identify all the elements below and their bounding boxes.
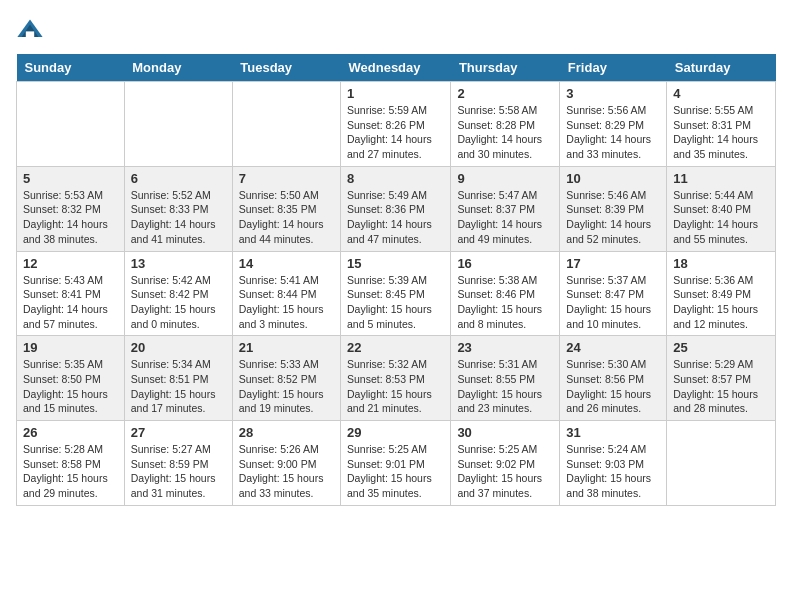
weekday-header: Monday [124, 54, 232, 82]
weekday-header: Sunday [17, 54, 125, 82]
weekday-header: Tuesday [232, 54, 340, 82]
day-info: Sunrise: 5:24 AM Sunset: 9:03 PM Dayligh… [566, 442, 660, 501]
day-number: 19 [23, 340, 118, 355]
day-info: Sunrise: 5:58 AM Sunset: 8:28 PM Dayligh… [457, 103, 553, 162]
day-info: Sunrise: 5:46 AM Sunset: 8:39 PM Dayligh… [566, 188, 660, 247]
calendar-cell: 4Sunrise: 5:55 AM Sunset: 8:31 PM Daylig… [667, 82, 776, 167]
day-number: 23 [457, 340, 553, 355]
day-info: Sunrise: 5:35 AM Sunset: 8:50 PM Dayligh… [23, 357, 118, 416]
day-info: Sunrise: 5:47 AM Sunset: 8:37 PM Dayligh… [457, 188, 553, 247]
weekday-header-row: SundayMondayTuesdayWednesdayThursdayFrid… [17, 54, 776, 82]
day-number: 9 [457, 171, 553, 186]
calendar-cell: 11Sunrise: 5:44 AM Sunset: 8:40 PM Dayli… [667, 166, 776, 251]
day-info: Sunrise: 5:30 AM Sunset: 8:56 PM Dayligh… [566, 357, 660, 416]
day-number: 28 [239, 425, 334, 440]
day-number: 12 [23, 256, 118, 271]
day-number: 24 [566, 340, 660, 355]
calendar-cell: 7Sunrise: 5:50 AM Sunset: 8:35 PM Daylig… [232, 166, 340, 251]
weekday-header: Wednesday [341, 54, 451, 82]
calendar-week-row: 5Sunrise: 5:53 AM Sunset: 8:32 PM Daylig… [17, 166, 776, 251]
calendar-table: SundayMondayTuesdayWednesdayThursdayFrid… [16, 54, 776, 506]
calendar-cell: 3Sunrise: 5:56 AM Sunset: 8:29 PM Daylig… [560, 82, 667, 167]
calendar-cell: 30Sunrise: 5:25 AM Sunset: 9:02 PM Dayli… [451, 421, 560, 506]
day-number: 8 [347, 171, 444, 186]
day-number: 18 [673, 256, 769, 271]
day-info: Sunrise: 5:53 AM Sunset: 8:32 PM Dayligh… [23, 188, 118, 247]
calendar-week-row: 12Sunrise: 5:43 AM Sunset: 8:41 PM Dayli… [17, 251, 776, 336]
day-info: Sunrise: 5:37 AM Sunset: 8:47 PM Dayligh… [566, 273, 660, 332]
day-info: Sunrise: 5:26 AM Sunset: 9:00 PM Dayligh… [239, 442, 334, 501]
day-info: Sunrise: 5:59 AM Sunset: 8:26 PM Dayligh… [347, 103, 444, 162]
day-number: 11 [673, 171, 769, 186]
day-number: 5 [23, 171, 118, 186]
logo-icon [16, 16, 44, 44]
day-number: 27 [131, 425, 226, 440]
day-info: Sunrise: 5:25 AM Sunset: 9:01 PM Dayligh… [347, 442, 444, 501]
day-number: 7 [239, 171, 334, 186]
day-number: 29 [347, 425, 444, 440]
day-number: 21 [239, 340, 334, 355]
day-number: 3 [566, 86, 660, 101]
day-info: Sunrise: 5:50 AM Sunset: 8:35 PM Dayligh… [239, 188, 334, 247]
calendar-cell: 5Sunrise: 5:53 AM Sunset: 8:32 PM Daylig… [17, 166, 125, 251]
day-info: Sunrise: 5:29 AM Sunset: 8:57 PM Dayligh… [673, 357, 769, 416]
calendar-cell: 12Sunrise: 5:43 AM Sunset: 8:41 PM Dayli… [17, 251, 125, 336]
day-info: Sunrise: 5:32 AM Sunset: 8:53 PM Dayligh… [347, 357, 444, 416]
calendar-cell: 8Sunrise: 5:49 AM Sunset: 8:36 PM Daylig… [341, 166, 451, 251]
calendar-cell: 22Sunrise: 5:32 AM Sunset: 8:53 PM Dayli… [341, 336, 451, 421]
calendar-cell: 28Sunrise: 5:26 AM Sunset: 9:00 PM Dayli… [232, 421, 340, 506]
day-info: Sunrise: 5:39 AM Sunset: 8:45 PM Dayligh… [347, 273, 444, 332]
day-info: Sunrise: 5:55 AM Sunset: 8:31 PM Dayligh… [673, 103, 769, 162]
calendar-cell: 18Sunrise: 5:36 AM Sunset: 8:49 PM Dayli… [667, 251, 776, 336]
day-number: 22 [347, 340, 444, 355]
calendar-cell [17, 82, 125, 167]
calendar-cell: 10Sunrise: 5:46 AM Sunset: 8:39 PM Dayli… [560, 166, 667, 251]
calendar-cell: 13Sunrise: 5:42 AM Sunset: 8:42 PM Dayli… [124, 251, 232, 336]
day-number: 4 [673, 86, 769, 101]
day-info: Sunrise: 5:28 AM Sunset: 8:58 PM Dayligh… [23, 442, 118, 501]
calendar-week-row: 19Sunrise: 5:35 AM Sunset: 8:50 PM Dayli… [17, 336, 776, 421]
calendar-cell: 26Sunrise: 5:28 AM Sunset: 8:58 PM Dayli… [17, 421, 125, 506]
day-number: 31 [566, 425, 660, 440]
day-number: 10 [566, 171, 660, 186]
calendar-cell: 24Sunrise: 5:30 AM Sunset: 8:56 PM Dayli… [560, 336, 667, 421]
day-number: 17 [566, 256, 660, 271]
weekday-header: Saturday [667, 54, 776, 82]
day-info: Sunrise: 5:42 AM Sunset: 8:42 PM Dayligh… [131, 273, 226, 332]
day-info: Sunrise: 5:43 AM Sunset: 8:41 PM Dayligh… [23, 273, 118, 332]
day-info: Sunrise: 5:52 AM Sunset: 8:33 PM Dayligh… [131, 188, 226, 247]
calendar-cell: 15Sunrise: 5:39 AM Sunset: 8:45 PM Dayli… [341, 251, 451, 336]
calendar-cell: 16Sunrise: 5:38 AM Sunset: 8:46 PM Dayli… [451, 251, 560, 336]
calendar-cell: 29Sunrise: 5:25 AM Sunset: 9:01 PM Dayli… [341, 421, 451, 506]
day-info: Sunrise: 5:56 AM Sunset: 8:29 PM Dayligh… [566, 103, 660, 162]
calendar-week-row: 26Sunrise: 5:28 AM Sunset: 8:58 PM Dayli… [17, 421, 776, 506]
calendar-cell: 27Sunrise: 5:27 AM Sunset: 8:59 PM Dayli… [124, 421, 232, 506]
calendar-cell: 1Sunrise: 5:59 AM Sunset: 8:26 PM Daylig… [341, 82, 451, 167]
calendar-cell: 17Sunrise: 5:37 AM Sunset: 8:47 PM Dayli… [560, 251, 667, 336]
day-info: Sunrise: 5:41 AM Sunset: 8:44 PM Dayligh… [239, 273, 334, 332]
day-number: 1 [347, 86, 444, 101]
day-info: Sunrise: 5:25 AM Sunset: 9:02 PM Dayligh… [457, 442, 553, 501]
logo [16, 16, 48, 44]
calendar-week-row: 1Sunrise: 5:59 AM Sunset: 8:26 PM Daylig… [17, 82, 776, 167]
day-number: 13 [131, 256, 226, 271]
day-number: 16 [457, 256, 553, 271]
calendar-cell [667, 421, 776, 506]
calendar-cell: 9Sunrise: 5:47 AM Sunset: 8:37 PM Daylig… [451, 166, 560, 251]
day-number: 6 [131, 171, 226, 186]
day-number: 2 [457, 86, 553, 101]
day-info: Sunrise: 5:38 AM Sunset: 8:46 PM Dayligh… [457, 273, 553, 332]
calendar-cell: 21Sunrise: 5:33 AM Sunset: 8:52 PM Dayli… [232, 336, 340, 421]
calendar-cell: 19Sunrise: 5:35 AM Sunset: 8:50 PM Dayli… [17, 336, 125, 421]
day-info: Sunrise: 5:31 AM Sunset: 8:55 PM Dayligh… [457, 357, 553, 416]
calendar-cell [232, 82, 340, 167]
calendar-cell: 20Sunrise: 5:34 AM Sunset: 8:51 PM Dayli… [124, 336, 232, 421]
day-number: 26 [23, 425, 118, 440]
day-info: Sunrise: 5:36 AM Sunset: 8:49 PM Dayligh… [673, 273, 769, 332]
calendar-cell: 25Sunrise: 5:29 AM Sunset: 8:57 PM Dayli… [667, 336, 776, 421]
day-info: Sunrise: 5:33 AM Sunset: 8:52 PM Dayligh… [239, 357, 334, 416]
weekday-header: Friday [560, 54, 667, 82]
page-header [16, 16, 776, 44]
day-info: Sunrise: 5:34 AM Sunset: 8:51 PM Dayligh… [131, 357, 226, 416]
calendar-cell: 14Sunrise: 5:41 AM Sunset: 8:44 PM Dayli… [232, 251, 340, 336]
